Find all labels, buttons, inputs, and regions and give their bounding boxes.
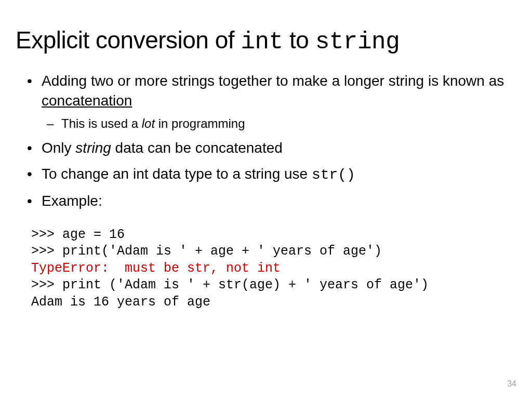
sub-1-text-2: in programming (155, 116, 245, 130)
bullet-item-2: Only string data can be concatenated (42, 138, 516, 158)
bullet-2-text-1: Only (42, 140, 75, 156)
bullet-2-text-2: data can be concatenated (111, 140, 283, 156)
code-line-2: >>> print('Adam is ' + age + ' years of … (31, 243, 516, 260)
code-example: >>> age = 16>>> print('Adam is ' + age +… (16, 227, 516, 311)
bullet-3-text: To change an int data type to a string u… (42, 166, 312, 182)
bullet-1-text: Adding two or more strings together to m… (42, 73, 504, 89)
sub-bullet-1: This is used a lot in programming (61, 115, 516, 132)
title-text-1: Explicit conversion of (16, 26, 241, 54)
slide-title: Explicit conversion of int to string (16, 26, 516, 56)
code-line-5: Adam is 16 years of age (31, 294, 516, 311)
bullet-1-underline: concatenation (42, 92, 132, 109)
title-code-1: int (241, 29, 283, 56)
bullet-list: Adding two or more strings together to m… (16, 71, 516, 211)
bullet-item-3: To change an int data type to a string u… (42, 164, 516, 185)
sub-list: This is used a lot in programming (42, 115, 516, 132)
code-line-4: >>> print ('Adam is ' + str(age) + ' yea… (31, 277, 516, 294)
title-code-2: string (315, 29, 400, 56)
code-line-1: >>> age = 16 (31, 227, 516, 244)
bullet-item-1: Adding two or more strings together to m… (42, 71, 516, 132)
bullet-3-code: str() (312, 167, 355, 183)
code-line-error: TypeError: must be str, not int (31, 260, 516, 277)
title-text-2: to (283, 26, 315, 54)
bullet-4-text: Example: (42, 193, 102, 209)
page-number: 34 (507, 379, 516, 389)
sub-1-text-1: This is used a (61, 116, 142, 130)
bullet-2-italic: string (75, 140, 111, 156)
bullet-item-4: Example: (42, 191, 516, 211)
sub-1-italic: lot (142, 116, 155, 130)
